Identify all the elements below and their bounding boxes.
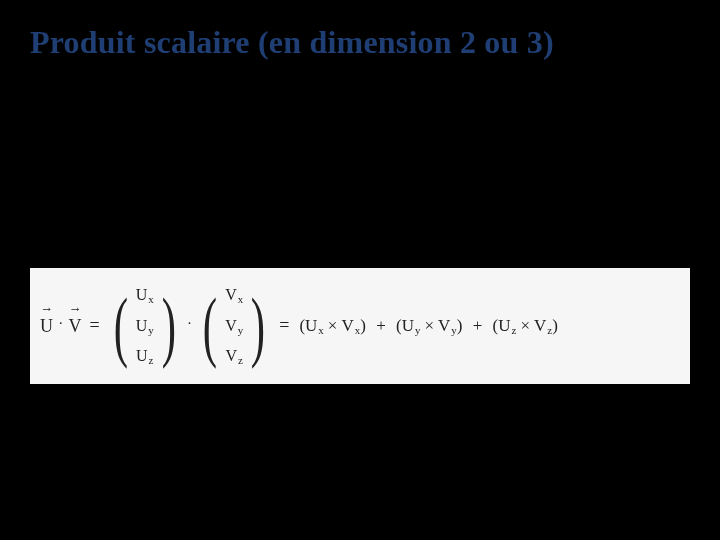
equals-sign: =: [90, 315, 100, 336]
term-paren-close: ): [552, 316, 558, 335]
vector-u: → U: [40, 314, 53, 337]
v-y: Vy: [225, 311, 243, 341]
left-paren-icon: (: [114, 291, 128, 361]
left-paren-icon: (: [203, 291, 217, 361]
vector-v: → V: [69, 314, 82, 337]
term-uz: Uz: [498, 316, 516, 335]
u-components: Ux Uy Uz: [136, 280, 154, 371]
vector-v-letter: V: [69, 316, 82, 336]
term-paren-close: ): [457, 316, 463, 335]
term-paren-close: ): [360, 316, 366, 335]
column-vector-u: ( Ux Uy Uz ): [108, 280, 182, 371]
term-ux: Ux: [305, 316, 324, 335]
term-vy: Vy: [438, 316, 457, 335]
plus-sign: +: [376, 316, 386, 335]
right-paren-icon: ): [162, 291, 176, 361]
term-vx: Vx: [341, 316, 360, 335]
slide-title: Produit scalaire (en dimension 2 ou 3): [30, 24, 554, 61]
term-uy: Uy: [402, 316, 421, 335]
dot-product-formula: → U · → V = ( Ux Uy Uz ) · (: [40, 280, 558, 371]
v-x: Vx: [225, 280, 243, 310]
term-vz: Vz: [534, 316, 552, 335]
equals-sign: =: [279, 315, 289, 336]
times-icon: ×: [520, 316, 530, 335]
right-paren-icon: ): [251, 291, 265, 361]
times-icon: ×: [424, 316, 434, 335]
column-vector-v: ( Vx Vy Vz ): [197, 280, 271, 371]
u-x: Ux: [136, 280, 154, 310]
formula-box: → U · → V = ( Ux Uy Uz ) · (: [30, 268, 690, 384]
vector-u-letter: U: [40, 316, 53, 336]
expanded-sum: (Ux×Vx) + (Uy×Vy) + (Uz×Vz): [299, 316, 557, 336]
v-z: Vz: [225, 341, 242, 371]
dot-operator: ·: [188, 316, 192, 332]
vector-arrow-icon: →: [69, 302, 82, 315]
times-icon: ×: [328, 316, 338, 335]
v-components: Vx Vy Vz: [225, 280, 243, 371]
u-y: Uy: [136, 311, 154, 341]
plus-sign: +: [473, 316, 483, 335]
u-z: Uz: [136, 341, 153, 371]
vector-arrow-icon: →: [40, 302, 53, 315]
dot-operator: ·: [59, 316, 63, 332]
slide: Produit scalaire (en dimension 2 ou 3) →…: [0, 0, 720, 540]
